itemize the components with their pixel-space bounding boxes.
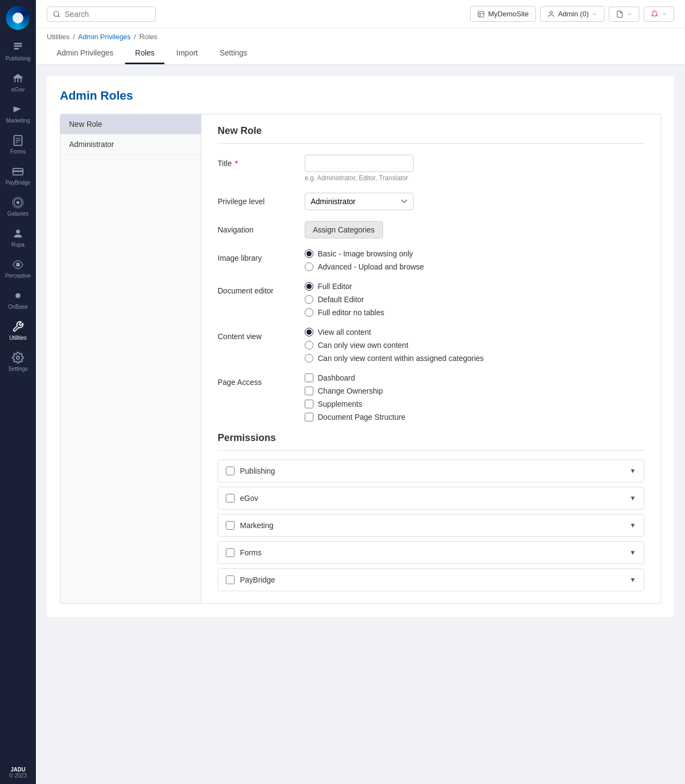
- image-library-basic[interactable]: Basic - Image browsing only: [305, 249, 644, 258]
- page-access-change-ownership[interactable]: Change Ownership: [305, 387, 644, 395]
- tabs: Admin Privileges Roles Import Settings: [47, 43, 674, 64]
- page-access-dashboard-checkbox[interactable]: [305, 373, 313, 382]
- title-label: Title *: [218, 155, 294, 168]
- sidebar-item-forms[interactable]: Forms: [0, 129, 36, 160]
- permission-marketing-chevron: ▼: [630, 522, 636, 529]
- doc-editor-no-tables-label: Full editor no tables: [318, 308, 384, 317]
- content-view-all-radio[interactable]: [305, 328, 313, 336]
- permission-marketing-left: Marketing: [226, 521, 273, 530]
- content-view-radio-group: View all content Can only view own conte…: [305, 328, 644, 363]
- admin-button[interactable]: Admin (0): [540, 6, 604, 22]
- tab-roles[interactable]: Roles: [125, 43, 164, 64]
- publishing-icon: [12, 41, 24, 53]
- sidebar-item-publishing[interactable]: Publishing: [0, 36, 36, 67]
- sidebar-item-paybridge[interactable]: PayBridge: [0, 160, 36, 191]
- sidebar-item-perceptive[interactable]: Perceptive: [0, 253, 36, 284]
- assign-categories-button[interactable]: Assign Categories: [305, 221, 383, 238]
- permission-forms-checkbox[interactable]: [226, 548, 234, 557]
- site-button-label: MyDemoSite: [488, 10, 528, 18]
- form-row-navigation: Navigation Assign Categories: [218, 221, 644, 238]
- sidebar-item-rupa[interactable]: Rupa: [0, 222, 36, 253]
- page-access-change-ownership-checkbox[interactable]: [305, 387, 313, 395]
- privilege-select[interactable]: Administrator Editor Viewer: [305, 193, 414, 210]
- permission-egov[interactable]: eGov ▼: [218, 487, 644, 510]
- permission-paybridge[interactable]: PayBridge ▼: [218, 568, 644, 591]
- doc-editor-default[interactable]: Default Editor: [305, 295, 644, 304]
- page-access-doc-page-structure-checkbox[interactable]: [305, 413, 313, 421]
- page-access-supplements[interactable]: Supplements: [305, 400, 644, 408]
- permission-paybridge-chevron: ▼: [630, 576, 636, 584]
- svg-point-23: [550, 11, 552, 14]
- site-button[interactable]: MyDemoSite: [470, 6, 535, 22]
- sidebar-item-utilities[interactable]: Utilities: [0, 315, 36, 346]
- content-view-own[interactable]: Can only view own content: [305, 341, 644, 350]
- image-library-advanced-radio[interactable]: [305, 262, 313, 271]
- onbase-icon: [12, 290, 24, 302]
- page-title: Admin Roles: [60, 89, 661, 103]
- page-access-doc-page-structure[interactable]: Document Page Structure: [305, 413, 644, 421]
- doc-editor-full-no-tables[interactable]: Full editor no tables: [305, 308, 644, 317]
- rupa-icon: [12, 228, 24, 240]
- page-access-change-ownership-label: Change Ownership: [318, 387, 383, 395]
- breadcrumb-admin-privileges[interactable]: Admin Privileges: [78, 33, 131, 41]
- svg-rect-0: [14, 43, 22, 45]
- svg-point-19: [15, 293, 20, 298]
- role-list-item-administrator[interactable]: Administrator: [60, 134, 201, 155]
- svg-rect-4: [15, 78, 16, 82]
- logo[interactable]: [0, 0, 36, 36]
- content-view-within-label: Can only view content within assigned ca…: [318, 354, 484, 363]
- pages-button[interactable]: [609, 7, 639, 22]
- permission-marketing[interactable]: Marketing ▼: [218, 514, 644, 537]
- doc-editor-full-radio[interactable]: [305, 282, 313, 291]
- form-row-page-access: Page Access Dashboard Change: [218, 373, 644, 421]
- sidebar-item-label: Publishing: [5, 56, 30, 62]
- doc-editor-full[interactable]: Full Editor: [305, 282, 644, 291]
- page-access-dashboard[interactable]: Dashboard: [305, 373, 644, 382]
- notifications-button[interactable]: [644, 7, 674, 22]
- sidebar-item-egov[interactable]: eGov: [0, 67, 36, 98]
- svg-point-20: [16, 356, 20, 359]
- image-library-basic-label: Basic - Image browsing only: [318, 249, 413, 258]
- role-list-item-new-role[interactable]: New Role: [60, 114, 201, 134]
- doc-editor-default-radio[interactable]: [305, 295, 313, 304]
- page-access-checkbox-group: Dashboard Change Ownership Supplements: [305, 373, 644, 421]
- permission-marketing-label: Marketing: [240, 521, 273, 530]
- permission-paybridge-checkbox[interactable]: [226, 575, 234, 584]
- tab-import[interactable]: Import: [166, 43, 208, 64]
- content-view-within-assigned[interactable]: Can only view content within assigned ca…: [305, 354, 644, 363]
- doc-editor-no-tables-radio[interactable]: [305, 308, 313, 317]
- content-view-all[interactable]: View all content: [305, 328, 644, 336]
- role-list: New Role Administrator: [60, 114, 201, 604]
- tab-admin-privileges[interactable]: Admin Privileges: [47, 43, 123, 64]
- breadcrumb-sep: /: [73, 33, 75, 41]
- marketing-icon: [12, 103, 24, 115]
- permission-publishing-label: Publishing: [240, 467, 275, 475]
- permissions-title: Permissions: [218, 432, 644, 451]
- page-access-supplements-checkbox[interactable]: [305, 400, 313, 408]
- svg-marker-7: [13, 74, 23, 77]
- sidebar-item-settings[interactable]: Settings: [0, 346, 36, 377]
- forms-icon: [12, 134, 24, 146]
- permission-publishing[interactable]: Publishing ▼: [218, 460, 644, 482]
- image-library-basic-radio[interactable]: [305, 249, 313, 258]
- search-box[interactable]: [47, 7, 156, 22]
- sidebar-item-onbase[interactable]: OnBase: [0, 284, 36, 315]
- sidebar-item-marketing[interactable]: Marketing: [0, 98, 36, 129]
- sidebar-item-galaxies[interactable]: Galaxies: [0, 191, 36, 222]
- sidebar: Publishing eGov Marketing Forms PayBridg…: [0, 0, 36, 784]
- permission-egov-checkbox[interactable]: [226, 494, 234, 503]
- content-view-within-radio[interactable]: [305, 354, 313, 363]
- title-input[interactable]: [305, 155, 414, 172]
- search-input[interactable]: [65, 10, 150, 19]
- permission-publishing-checkbox[interactable]: [226, 467, 234, 475]
- page-access-supplements-label: Supplements: [318, 400, 362, 408]
- settings-icon: [12, 352, 24, 364]
- breadcrumb-sep2: /: [134, 33, 136, 41]
- permission-forms[interactable]: Forms ▼: [218, 541, 644, 564]
- content-view-own-radio[interactable]: [305, 341, 313, 350]
- sidebar-item-label: PayBridge: [5, 180, 30, 186]
- breadcrumb-roles: Roles: [139, 33, 157, 41]
- tab-settings[interactable]: Settings: [210, 43, 257, 64]
- image-library-advanced[interactable]: Advanced - Upload and browse: [305, 262, 644, 271]
- permission-marketing-checkbox[interactable]: [226, 521, 234, 530]
